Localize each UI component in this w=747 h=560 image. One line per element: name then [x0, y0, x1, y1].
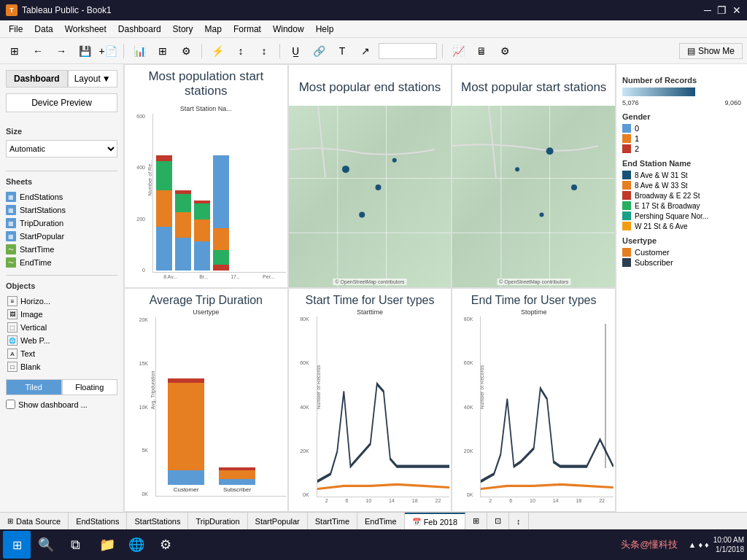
cell-end-time[interactable]: End Time for User types Stoptime 80K60K4… [452, 288, 616, 512]
trip-chart-area: Usertype 20K15K10K5K0K Avg. Tripduration [125, 307, 287, 511]
sheet-starttime[interactable]: 〜 StartTime [6, 243, 117, 256]
toolbar-underline[interactable]: U̲ [285, 41, 306, 61]
svg-point-15 [515, 167, 519, 171]
floating-button[interactable]: Floating [62, 379, 118, 395]
window-controls[interactable]: ─ ❐ ✕ [704, 4, 741, 16]
sheet-name: StartTime [20, 245, 54, 254]
toolbar-forward[interactable]: → [51, 41, 71, 61]
object-text[interactable]: A Text [6, 347, 117, 360]
toolbar-settings[interactable]: ⚙ [176, 41, 196, 61]
object-image[interactable]: 🖼 Image [6, 308, 117, 321]
menu-format[interactable]: Format [228, 23, 267, 36]
toolbar-device[interactable]: 🖥 [471, 41, 492, 61]
taskbar-app-chrome[interactable]: 🌐 [123, 531, 150, 559]
menu-map[interactable]: Map [199, 23, 228, 36]
tab-layout[interactable]: Layout ▼ [68, 70, 117, 88]
sheet-endstations[interactable]: ▦ EndStations [6, 190, 117, 203]
show-dashboard-checkbox[interactable] [6, 400, 15, 409]
tab-tripduration[interactable]: TripDuration [188, 513, 247, 529]
subscriber-bar: Subscriber [219, 320, 255, 493]
toolbar-chart2[interactable]: 📈 [448, 41, 468, 61]
object-blank[interactable]: □ Blank [6, 360, 117, 373]
toolbar-format[interactable]: T [332, 41, 352, 61]
menu-worksheet[interactable]: Worksheet [59, 23, 112, 36]
bar-group-1 [156, 115, 172, 271]
start-button[interactable]: ⊞ [3, 531, 31, 559]
web-icon: 🌐 [7, 335, 18, 346]
toolbar-home[interactable]: ⊞ [4, 41, 25, 61]
sheet-startstations[interactable]: ▦ StartStations [6, 203, 117, 217]
toolbar-back[interactable]: ← [28, 41, 48, 61]
cell-population-start[interactable]: Most population start stations Start Sta… [124, 64, 288, 288]
toolbar-save[interactable]: 💾 [74, 41, 95, 61]
maximize-btn[interactable]: ❐ [717, 4, 727, 16]
es-5-color [622, 222, 631, 230]
menu-help[interactable]: Help [310, 23, 340, 36]
sheet-icon: ▦ [6, 205, 16, 215]
size-dropdown[interactable]: Automatic [6, 140, 117, 158]
starttime-chart: Starttime 80K60K40K20K0K Number of Recor… [289, 307, 452, 511]
tab-endstations[interactable]: EndStations [69, 513, 127, 529]
toolbar-arrow[interactable]: ↗ [355, 41, 376, 61]
tray-time: ▲ ♦ ♦ [689, 540, 709, 549]
tab-feb2018[interactable]: 📅 Feb 2018 [405, 513, 465, 529]
close-btn[interactable]: ✕ [732, 4, 741, 16]
object-webp[interactable]: 🌐 Web P... [6, 334, 117, 347]
tab-datasource[interactable]: ⊞ Data Source [0, 513, 69, 529]
gradient-bar [622, 88, 695, 96]
minimize-btn[interactable]: ─ [704, 4, 711, 16]
toolbar-link[interactable]: 🔗 [309, 41, 329, 61]
tab-startstations[interactable]: StartStations [127, 513, 188, 529]
task-view-button[interactable]: ⧉ [61, 531, 89, 559]
legend-gender-title: Gender [622, 112, 741, 121]
es-4-label: Pershing Square Nor... [635, 212, 708, 220]
object-horizontal[interactable]: ≡ Horizo... [6, 295, 117, 308]
tab-dashboard[interactable]: Dashboard [6, 70, 68, 88]
toolbar-sort2[interactable]: ↕ [254, 41, 274, 61]
menu-dashboard[interactable]: Dashboard [112, 23, 167, 36]
starttime-y-axis: 80K60K40K20K0K [290, 316, 311, 497]
cell-start-time[interactable]: Start Time for User types Starttime 80K6… [288, 288, 452, 512]
sheet-tripduration[interactable]: ▦ TripDuration [6, 217, 117, 230]
toolbar-sort[interactable]: ↕ [231, 41, 251, 61]
gender-1-color [622, 134, 631, 143]
tab-endtime[interactable]: EndTime [357, 513, 405, 529]
search-button[interactable]: 🔍 [32, 531, 60, 559]
cell-start-stations[interactable]: Most popular start stations [452, 64, 616, 288]
show-me-button[interactable]: ▤ Show Me [679, 43, 743, 59]
legend-endstation-title: End Station Name [622, 159, 741, 168]
tab-add3[interactable]: ↕ [509, 513, 529, 529]
menu-story[interactable]: Story [167, 23, 199, 36]
tab-add1[interactable]: ⊞ [465, 513, 487, 529]
obj-label: Text [20, 349, 35, 358]
cell-trip-duration[interactable]: Average Trip Duration Usertype 20K15K10K… [124, 288, 288, 512]
sheet-startpopular[interactable]: ▦ StartPopular [6, 230, 117, 243]
sheet-endtime[interactable]: 〜 EndTime [6, 256, 117, 269]
tab-add2[interactable]: ⊡ [487, 513, 509, 529]
toolbar-chart[interactable]: 📊 [129, 41, 150, 61]
taskbar-app-apps[interactable]: ⚙ [152, 531, 179, 559]
cell-end-stations[interactable]: Most popular end stations [288, 64, 452, 288]
toolbar-search[interactable] [379, 43, 437, 59]
menu-file[interactable]: File [3, 23, 28, 36]
toolbar-grid[interactable]: ⊞ [152, 41, 173, 61]
object-vertical[interactable]: ⬚ Vertical [6, 321, 117, 334]
menu-data[interactable]: Data [28, 23, 58, 36]
window-title: Tableau Public - Book1 [22, 5, 704, 15]
tray-clock: 10:00 AM1/1/2018 [713, 535, 744, 554]
toolbar-add[interactable]: +📄 [98, 41, 118, 61]
menu-window[interactable]: Window [267, 23, 310, 36]
legend-endstation-5: W 21 St & 6 Ave [622, 222, 741, 230]
sidebar-tabs: Dashboard Layout ▼ [6, 70, 117, 88]
vertical-icon: ⬚ [7, 322, 18, 332]
tab-startpopular[interactable]: StartPopular [248, 513, 308, 529]
legend-endstation-2: Broadway & E 22 St [622, 191, 741, 200]
toolbar-filter[interactable]: ⚡ [207, 41, 228, 61]
image-icon: 🖼 [7, 309, 18, 319]
tab-starttime[interactable]: StartTime [308, 513, 357, 529]
tiled-button[interactable]: Tiled [6, 379, 62, 395]
sheet-icon: ▦ [6, 231, 16, 241]
taskbar-app-files[interactable]: 📁 [93, 531, 121, 559]
toolbar-share[interactable]: ⚙ [495, 41, 515, 61]
device-preview-button[interactable]: Device Preview [6, 93, 117, 112]
